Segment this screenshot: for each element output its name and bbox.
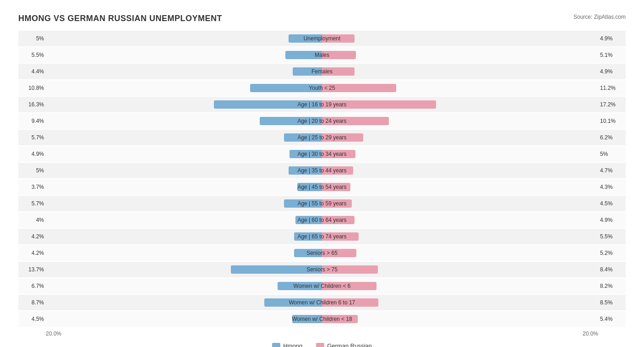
right-value: 6.2%: [598, 134, 626, 141]
hmong-bar: [292, 315, 322, 323]
left-bar-wrap: [46, 50, 322, 60]
german-russian-bar: [322, 67, 355, 76]
left-bar-wrap: [46, 182, 322, 192]
german-russian-bar: [322, 84, 396, 92]
bar-row: 4% Age | 60 to 64 years 4.9%: [18, 212, 626, 228]
chart-header: HMONG VS GERMAN RUSSIAN UNEMPLOYMENT Sou…: [18, 14, 626, 23]
hmong-bar: [293, 67, 322, 76]
legend-hmong: Hmong: [272, 342, 302, 347]
right-bar-wrap: [322, 149, 598, 159]
german-russian-bar: [322, 117, 389, 125]
right-value: 10.1%: [598, 118, 626, 124]
right-bar-wrap: [322, 199, 598, 208]
hmong-bar: [297, 183, 322, 191]
bar-row: 4.2% Age | 65 to 74 years 5.5%: [18, 229, 626, 244]
bars-and-label: Women w/ Children 6 to 17: [46, 296, 598, 309]
right-bar-wrap: [322, 281, 598, 291]
german-russian-bar: [322, 282, 377, 290]
hmong-bar: [289, 34, 322, 43]
bars-and-label: Unemployment: [46, 32, 598, 45]
right-bar-wrap: [322, 34, 598, 43]
bar-row: 5.5% Males 5.1%: [18, 47, 626, 63]
german-russian-bar: [322, 249, 356, 257]
bars-and-label: Seniors > 65: [46, 247, 598, 259]
left-bar-wrap: [46, 149, 322, 159]
right-value: 4.5%: [598, 200, 626, 207]
left-bar-wrap: [46, 166, 322, 175]
right-value: 5.5%: [598, 233, 626, 240]
bar-row: 16.3% Age | 16 to 19 years 17.2%: [18, 97, 626, 112]
left-bar-wrap: [46, 265, 322, 274]
german-russian-bar: [322, 133, 363, 142]
hmong-bar: [250, 84, 322, 92]
hmong-bar: [294, 232, 322, 241]
hmong-bar: [289, 166, 322, 175]
german-russian-bar: [322, 298, 378, 307]
left-value: 4%: [18, 217, 46, 223]
chart-container: HMONG VS GERMAN RUSSIAN UNEMPLOYMENT Sou…: [9, 9, 635, 347]
bar-row: 5% Age | 35 to 44 years 4.7%: [18, 163, 626, 178]
hmong-bar: [285, 51, 322, 59]
left-value: 4.5%: [18, 316, 46, 322]
left-bar-wrap: [46, 248, 322, 258]
hmong-bar: [294, 249, 322, 257]
right-bar-wrap: [322, 100, 598, 109]
bars-and-label: Age | 35 to 44 years: [46, 164, 598, 177]
bar-row: 4.2% Seniors > 65 5.2%: [18, 245, 626, 261]
left-bar-wrap: [46, 116, 322, 126]
german-russian-bar: [322, 216, 355, 224]
right-value: 4.9%: [598, 68, 626, 75]
left-bar-wrap: [46, 199, 322, 208]
chart-source: Source: ZipAtlas.com: [573, 14, 626, 20]
bars-and-label: Women w/ Children < 6: [46, 280, 598, 292]
left-bar-wrap: [46, 232, 322, 241]
left-value: 5.5%: [18, 52, 46, 58]
hmong-bar: [278, 282, 322, 290]
hmong-bar: [231, 265, 322, 274]
right-value: 8.5%: [598, 299, 626, 306]
german-russian-bar: [322, 232, 359, 241]
left-value: 8.7%: [18, 299, 46, 306]
axis-row: 20.0% 20.0%: [18, 330, 626, 337]
right-bar-wrap: [322, 215, 598, 225]
german-russian-bar: [322, 166, 353, 175]
chart-area: 5% Unemployment 4.9% 5.5% Males 5.1% 4.4…: [18, 31, 626, 327]
bars-and-label: Seniors > 75: [46, 263, 598, 276]
german-russian-bar: [322, 34, 355, 43]
bars-and-label: Age | 30 to 34 years: [46, 148, 598, 160]
german-russian-label: German Russian: [327, 342, 372, 347]
left-value: 4.2%: [18, 250, 46, 256]
hmong-bar: [295, 216, 322, 224]
right-bar-wrap: [322, 182, 598, 192]
bar-row: 4.9% Age | 30 to 34 years 5%: [18, 146, 626, 162]
right-value: 5.1%: [598, 52, 626, 58]
left-value: 4.4%: [18, 68, 46, 75]
right-bar-wrap: [322, 133, 598, 142]
bar-row: 6.7% Women w/ Children < 6 8.2%: [18, 278, 626, 294]
right-value: 5.2%: [598, 250, 626, 256]
left-value: 5%: [18, 167, 46, 174]
left-bar-wrap: [46, 83, 322, 93]
chart-title: HMONG VS GERMAN RUSSIAN UNEMPLOYMENT: [18, 14, 222, 23]
left-bar-wrap: [46, 281, 322, 291]
right-value: 4.9%: [598, 35, 626, 42]
hmong-bar: [214, 100, 322, 109]
german-russian-bar: [322, 315, 358, 323]
right-bar-wrap: [322, 232, 598, 241]
left-bar-wrap: [46, 34, 322, 43]
left-value: 5.7%: [18, 200, 46, 207]
left-bar-wrap: [46, 133, 322, 142]
left-value: 4.2%: [18, 233, 46, 240]
left-value: 9.4%: [18, 118, 46, 124]
right-value: 5.4%: [598, 316, 626, 322]
left-value: 13.7%: [18, 266, 46, 273]
right-bar-wrap: [322, 67, 598, 76]
left-bar-wrap: [46, 298, 322, 307]
bar-row: 5% Unemployment 4.9%: [18, 31, 626, 46]
right-bar-wrap: [322, 248, 598, 258]
bar-row: 9.4% Age | 20 to 24 years 10.1%: [18, 113, 626, 129]
bar-row: 13.7% Seniors > 75 8.4%: [18, 262, 626, 277]
bar-row: 8.7% Women w/ Children 6 to 17 8.5%: [18, 295, 626, 310]
bars-and-label: Age | 55 to 59 years: [46, 197, 598, 210]
bars-and-label: Age | 60 to 64 years: [46, 214, 598, 226]
